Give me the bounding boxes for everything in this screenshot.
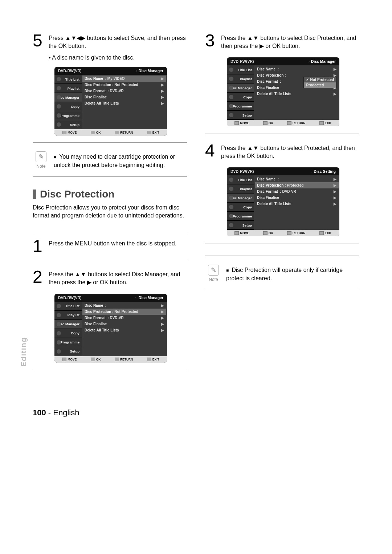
side-item-playlist[interactable]: Playlist xyxy=(227,184,254,194)
right-arrow-icon: ▶ xyxy=(161,101,164,105)
right-arrow-icon: ▶ xyxy=(161,95,164,99)
row-disc-name[interactable]: Disc Name : ▶ xyxy=(82,302,166,309)
step-number: 3 xyxy=(205,33,221,49)
side-item-programme[interactable]: Programme xyxy=(227,102,254,111)
right-arrow-icon: ▶ xyxy=(161,304,164,307)
side-item-setup[interactable]: Setup xyxy=(227,221,254,230)
popup-option-protected[interactable]: Prodected xyxy=(304,82,336,88)
page-footer: 100 - English xyxy=(33,408,359,417)
row-disc-name[interactable]: Disc Name : My VIDEO▶ xyxy=(82,76,166,82)
ok-key-icon xyxy=(91,358,95,361)
right-arrow-icon: ▶ xyxy=(161,77,164,81)
osd-screenshot-c: DVD-RW(VR) ○Disc Manager Title List Play… xyxy=(227,57,359,126)
row-disc-protection[interactable]: Disc Protection : ▶ ✓Not Protected Prode… xyxy=(255,72,339,78)
osd-top-right: Disc Manager xyxy=(139,296,163,300)
ok-key-icon xyxy=(263,231,268,235)
row-delete-all[interactable]: Delete All Title Lists▶ xyxy=(82,327,166,333)
osd-footer: MOVE OK RETURN EXIT xyxy=(54,356,167,363)
move-key-icon xyxy=(62,131,66,134)
side-item-disc-manager[interactable]: Disc Manager xyxy=(227,83,254,93)
exit-key-icon xyxy=(319,121,324,125)
side-item-playlist[interactable]: Playlist xyxy=(227,74,254,83)
step-4: 4 Press the ▲▼ buttons to select Protect… xyxy=(205,143,359,160)
right-arrow-icon: ▶ xyxy=(334,202,336,206)
two-columns: 5 Press ▲▼◀▶ buttons to select Save, and… xyxy=(33,33,359,379)
side-item-title-list[interactable]: Title List xyxy=(227,175,254,184)
side-item-playlist[interactable]: Playlist xyxy=(54,311,82,320)
row-disc-finalise[interactable]: Disc Finalise▶ xyxy=(255,195,339,201)
side-item-programme[interactable]: Programme xyxy=(227,212,254,221)
note-cartridge-cleared: ✎ Note ■Disc Protection will operate onl… xyxy=(205,261,359,286)
side-item-title-list[interactable]: Title List xyxy=(227,65,254,74)
side-item-programme[interactable]: Programme xyxy=(54,111,82,120)
step-text: Press the ▲▼ buttons to select Disc Mana… xyxy=(49,269,187,286)
side-item-setup[interactable]: Setup xyxy=(54,120,82,129)
row-disc-name[interactable]: Disc Name : ▶ xyxy=(255,176,339,182)
row-delete-all[interactable]: Delete All Title Lists▶ xyxy=(82,100,166,106)
right-arrow-icon: ▶ xyxy=(161,316,164,320)
side-item-title-list[interactable]: Title List xyxy=(54,75,82,84)
side-item-copy[interactable]: Copy xyxy=(54,102,82,111)
row-delete-all[interactable]: Delete All Title Lists▶ xyxy=(255,201,339,207)
move-key-icon xyxy=(234,121,239,125)
move-key-icon xyxy=(234,231,239,235)
exit-key-icon xyxy=(147,358,151,361)
step-text: Press ▲▼◀▶ buttons to select Save, and t… xyxy=(49,33,187,50)
side-item-copy[interactable]: Copy xyxy=(227,93,254,102)
row-disc-format[interactable]: Disc Format : DVD-VR▶ xyxy=(255,188,339,195)
exit-key-icon xyxy=(147,131,151,134)
osd-footer: MOVE OK RETURN EXIT xyxy=(227,230,339,236)
check-icon: ✓ xyxy=(306,78,309,82)
exit-key-icon xyxy=(319,231,324,235)
side-item-title-list[interactable]: Title List xyxy=(54,302,82,311)
right-arrow-icon: ▶ xyxy=(334,177,336,181)
row-delete-all[interactable]: Delete All Title Lists▶ xyxy=(255,91,339,97)
section-body: Disc Protection allows you to protect yo… xyxy=(33,204,187,220)
page-number: 100 xyxy=(33,408,46,417)
step-2: 2 Press the ▲▼ buttons to select Disc Ma… xyxy=(33,269,187,286)
row-disc-name[interactable]: Disc Name : ▶ xyxy=(255,66,339,72)
return-key-icon xyxy=(115,131,119,134)
side-item-copy[interactable]: Copy xyxy=(227,203,254,212)
osd-top-left: DVD-RW(VR) xyxy=(58,69,82,73)
note-label: Note xyxy=(36,164,45,169)
side-item-playlist[interactable]: Playlist xyxy=(54,84,82,93)
row-disc-protection[interactable]: Disc Protection : Not Protected▶ xyxy=(82,309,166,315)
step-5-subtext: • A disc name is given to the disc. xyxy=(49,54,187,62)
side-item-programme[interactable]: Programme xyxy=(54,338,82,347)
right-arrow-icon: ▶ xyxy=(334,196,336,200)
step-3: 3 Press the ▲▼ buttons to select Disc Pr… xyxy=(205,33,359,50)
right-arrow-icon: ▶ xyxy=(161,310,164,314)
step-text: Press the ▲▼ buttons to select Disc Prot… xyxy=(221,33,359,50)
right-arrow-icon: ▶ xyxy=(161,89,164,93)
side-item-disc-manager[interactable]: Disc Manager xyxy=(54,93,82,102)
row-disc-format[interactable]: Disc Format : DVD-VR▶ xyxy=(82,88,166,94)
note-cartridge: ✎ Note ■You may need to clear cartridge … xyxy=(33,148,187,173)
square-bullet-icon: ■ xyxy=(226,268,229,273)
right-arrow-icon: ▶ xyxy=(161,322,164,326)
osd-top-right: Disc Setting xyxy=(314,169,336,174)
return-key-icon xyxy=(287,121,291,125)
row-disc-format[interactable]: Disc Format : DVD-VR▶ xyxy=(82,315,166,321)
right-column: 3 Press the ▲▼ buttons to select Disc Pr… xyxy=(205,33,359,379)
row-disc-finalise[interactable]: Disc Finalise▶ xyxy=(82,94,166,100)
side-item-disc-manager[interactable]: Disc Manager xyxy=(227,194,254,203)
row-disc-protection[interactable]: Disc Protection : Not Protected▶ xyxy=(82,82,166,88)
note-label: Note xyxy=(209,277,218,282)
pencil-icon: ✎ xyxy=(208,265,219,276)
row-disc-protection[interactable]: Disc Protection : Protected▶ xyxy=(255,182,339,188)
side-item-copy[interactable]: Copy xyxy=(54,329,82,338)
row-disc-finalise[interactable]: Disc Finalise▶ xyxy=(82,321,166,327)
step-number: 5 xyxy=(33,33,49,49)
side-item-setup[interactable]: Setup xyxy=(227,111,254,120)
popup-option-not-protected[interactable]: ✓Not Protected xyxy=(304,77,336,82)
step-number: 4 xyxy=(205,143,221,159)
side-section-label: Editing xyxy=(20,337,28,367)
side-item-setup[interactable]: Setup xyxy=(54,347,82,356)
left-column: 5 Press ▲▼◀▶ buttons to select Save, and… xyxy=(33,33,187,379)
right-arrow-icon: ▶ xyxy=(334,92,336,96)
note-text: Disc Protection will operate only if car… xyxy=(226,267,343,281)
osd-top-left: DVD-RW(VR) xyxy=(230,59,254,64)
right-arrow-icon: ▶ xyxy=(334,183,336,187)
side-item-disc-manager[interactable]: Disc Manager xyxy=(54,320,82,329)
